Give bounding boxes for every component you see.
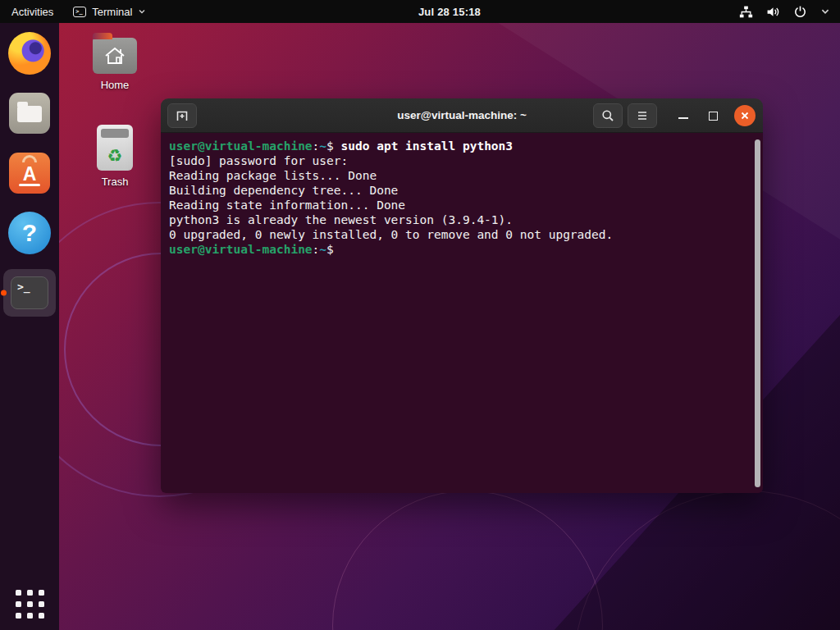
- menu-button[interactable]: [628, 103, 657, 128]
- home-folder-icon: [93, 38, 137, 74]
- wallpaper-circle: [574, 491, 840, 630]
- icon-label: Home: [78, 79, 152, 91]
- prompt-dollar: $: [326, 139, 340, 153]
- terminal-output-line: python3 is already the newest version (3…: [169, 212, 751, 227]
- close-button[interactable]: [733, 98, 756, 133]
- maximize-button[interactable]: [704, 98, 722, 133]
- prompt-path: ~: [319, 139, 326, 153]
- terminal-content[interactable]: user@virtual-machine:~$ sudo apt install…: [161, 133, 763, 493]
- wallpaper-circle: [332, 491, 603, 630]
- power-icon: [793, 5, 807, 19]
- window-titlebar[interactable]: user@virtual-machine: ~: [161, 98, 763, 133]
- terminal-line-prompt: user@virtual-machine:~$: [169, 242, 751, 257]
- close-icon: [740, 111, 750, 121]
- files-icon: [9, 93, 50, 134]
- icon-label: Trash: [78, 176, 152, 188]
- terminal-line-prompt-command: user@virtual-machine:~$ sudo apt install…: [169, 139, 751, 153]
- firefox-icon: [8, 32, 51, 75]
- terminal-output-line: Reading state information... Done: [169, 198, 751, 212]
- new-tab-button[interactable]: [167, 103, 197, 128]
- prompt-dollar: $: [326, 243, 340, 256]
- terminal-icon: >_: [11, 276, 48, 309]
- minimize-button[interactable]: [674, 98, 692, 133]
- app-indicator-label: Terminal: [92, 6, 132, 18]
- activities-button[interactable]: Activities: [0, 0, 65, 23]
- window-title: user@virtual-machine: ~: [161, 109, 763, 121]
- prompt-path: ~: [319, 243, 326, 256]
- terminal-output-line: Building dependency tree... Done: [169, 183, 751, 198]
- search-icon: [601, 109, 614, 122]
- desktop-icon-home[interactable]: Home: [78, 31, 152, 91]
- typed-command: sudo apt install python3: [341, 139, 514, 153]
- prompt-user-host: user@virtual-machine: [169, 243, 313, 256]
- help-icon: ?: [8, 212, 51, 254]
- network-icon: [739, 5, 753, 19]
- dock-item-help[interactable]: ?: [3, 209, 56, 257]
- terminal-output-line: Reading package lists... Done: [169, 168, 751, 183]
- desktop-icon-trash[interactable]: ♻ Trash: [78, 125, 152, 188]
- clock[interactable]: Jul 28 15:18: [418, 6, 481, 18]
- chevron-down-icon: [138, 7, 146, 16]
- terminal-mini-icon: >_: [73, 7, 86, 17]
- hamburger-menu-icon: [636, 110, 649, 121]
- system-status-area[interactable]: [739, 0, 840, 23]
- terminal-window: user@virtual-machine: ~: [161, 98, 763, 493]
- running-indicator-dot: [1, 290, 7, 296]
- prompt-user-host: user@virtual-machine: [169, 139, 313, 153]
- terminal-output-line: [sudo] password for user:: [169, 153, 751, 168]
- dock-item-files[interactable]: [3, 89, 56, 137]
- volume-icon: [766, 5, 780, 19]
- new-tab-icon: [175, 109, 189, 122]
- trash-icon: ♻: [97, 125, 133, 171]
- dock-item-firefox[interactable]: [3, 30, 56, 77]
- dock-item-terminal[interactable]: >_: [3, 269, 56, 317]
- terminal-scrollbar[interactable]: [755, 139, 760, 487]
- dock-item-ubuntu-software[interactable]: A: [3, 149, 56, 197]
- top-bar: Activities >_ Terminal Jul 28 15:18: [0, 0, 840, 23]
- ubuntu-software-icon: A: [9, 153, 50, 194]
- search-button[interactable]: [593, 103, 623, 128]
- dock: A ? >_: [0, 23, 59, 630]
- chevron-down-icon: [820, 7, 830, 16]
- recycle-symbol: ♻: [107, 147, 123, 164]
- app-indicator-terminal[interactable]: >_ Terminal: [65, 0, 154, 23]
- terminal-output-line: 0 upgraded, 0 newly installed, 0 to remo…: [169, 227, 751, 242]
- show-applications-button[interactable]: [16, 590, 44, 619]
